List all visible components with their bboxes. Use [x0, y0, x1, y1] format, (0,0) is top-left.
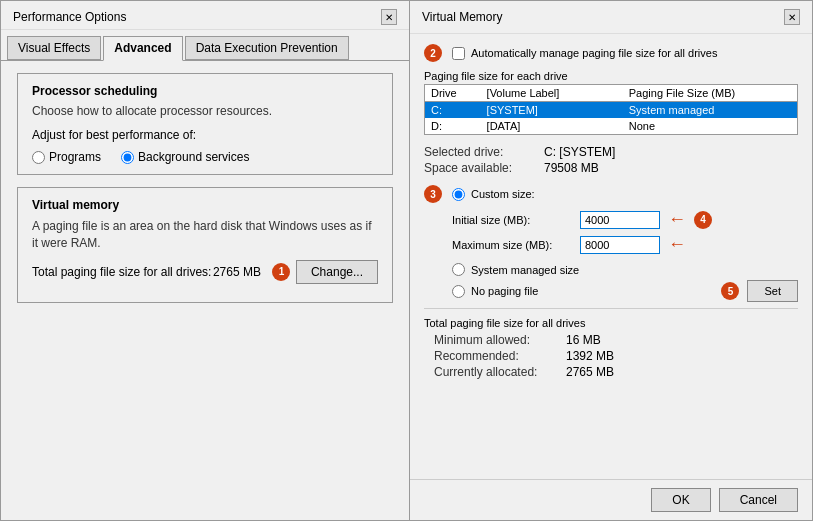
drive-d: D:: [425, 118, 481, 135]
tabs-bar: Visual Effects Advanced Data Execution P…: [1, 30, 409, 61]
right-dialog-title: Virtual Memory: [422, 10, 502, 24]
drive-c: C:: [425, 102, 481, 119]
initial-size-row: Initial size (MB): ← 4: [424, 209, 798, 230]
max-size-row: Maximum size (MB): ←: [424, 234, 798, 255]
performance-radio-group: Programs Background services: [32, 150, 378, 164]
drive-col-header: Drive: [425, 85, 481, 102]
left-dialog-title: Performance Options: [13, 10, 126, 24]
processor-scheduling-section: Processor scheduling Choose how to alloc…: [17, 73, 393, 175]
total-paging-info: Minimum allowed: 16 MB Recommended: 1392…: [424, 333, 798, 379]
drives-table: Drive [Volume Label] Paging File Size (M…: [424, 84, 798, 135]
recommended-label: Recommended:: [424, 349, 564, 363]
initial-size-input[interactable]: [580, 211, 660, 229]
background-services-radio[interactable]: [121, 151, 134, 164]
virtual-memory-section: Virtual memory A paging file is an area …: [17, 187, 393, 303]
programs-radio[interactable]: [32, 151, 45, 164]
currently-allocated-label: Currently allocated:: [424, 365, 564, 379]
no-paging-radio[interactable]: [452, 285, 465, 298]
close-right-dialog-button[interactable]: ✕: [784, 9, 800, 25]
system-managed-row: System managed size: [424, 263, 798, 276]
background-services-label: Background services: [138, 150, 249, 164]
adjust-label: Adjust for best performance of:: [32, 128, 378, 142]
arrow-right-icon: ←: [668, 209, 686, 230]
system-managed-label: System managed size: [471, 264, 579, 276]
right-title-bar: Virtual Memory ✕: [410, 1, 812, 34]
auto-manage-row: 2 Automatically manage paging file size …: [424, 44, 798, 62]
auto-manage-label: Automatically manage paging file size fo…: [471, 47, 717, 59]
custom-size-radio[interactable]: [452, 188, 465, 201]
processor-scheduling-desc: Choose how to allocate processor resourc…: [32, 104, 378, 118]
minimum-allowed-label: Minimum allowed:: [424, 333, 564, 347]
table-row[interactable]: C: [SYSTEM] System managed: [425, 102, 798, 119]
background-services-radio-item[interactable]: Background services: [121, 150, 249, 164]
no-paging-row: No paging file 5 Set: [424, 280, 798, 302]
selected-drive-value: C: [SYSTEM]: [544, 145, 798, 159]
selected-drive-info: Selected drive: C: [SYSTEM] Space availa…: [424, 145, 798, 175]
left-content-area: Processor scheduling Choose how to alloc…: [1, 61, 409, 520]
processor-scheduling-title: Processor scheduling: [32, 84, 378, 98]
virtual-memory-desc: A paging file is an area on the hard dis…: [32, 218, 378, 252]
set-button[interactable]: Set: [747, 280, 798, 302]
custom-size-label: Custom size:: [471, 188, 535, 200]
space-available-label: Space available:: [424, 161, 544, 175]
space-available-value: 79508 MB: [544, 161, 798, 175]
initial-size-label: Initial size (MB):: [452, 214, 572, 226]
spacer2: [605, 118, 623, 135]
tab-dep[interactable]: Data Execution Prevention: [185, 36, 349, 60]
table-row[interactable]: D: [DATA] None: [425, 118, 798, 135]
programs-label: Programs: [49, 150, 101, 164]
label-system: [SYSTEM]: [481, 102, 606, 119]
left-title-bar: Performance Options ✕: [1, 1, 409, 30]
paging-file-label: Paging file size for each drive: [424, 70, 798, 82]
size-system-managed: System managed: [623, 102, 798, 119]
no-paging-label: No paging file: [471, 285, 538, 297]
auto-manage-checkbox[interactable]: [452, 47, 465, 60]
arrow-right-icon-2: ←: [668, 234, 686, 255]
spacer-col: [605, 85, 623, 102]
dialog-buttons-bar: OK Cancel: [410, 479, 812, 520]
volume-label-col-header: [Volume Label]: [481, 85, 606, 102]
virtual-memory-title: Virtual memory: [32, 198, 378, 212]
total-paging-label: Total paging file size for all drives:: [32, 265, 211, 279]
label-data: [DATA]: [481, 118, 606, 135]
step-1-badge: 1: [272, 263, 290, 281]
cancel-button[interactable]: Cancel: [719, 488, 798, 512]
total-paging-value: 2765 MB: [213, 265, 261, 279]
tab-advanced[interactable]: Advanced: [103, 36, 182, 61]
size-none: None: [623, 118, 798, 135]
total-paging-row: Total paging file size for all drives: 2…: [32, 260, 378, 284]
ok-button[interactable]: OK: [651, 488, 710, 512]
total-paging-section: Total paging file size for all drives Mi…: [424, 308, 798, 379]
tab-visual-effects[interactable]: Visual Effects: [7, 36, 101, 60]
performance-options-dialog: Performance Options ✕ Visual Effects Adv…: [0, 0, 410, 521]
close-left-dialog-button[interactable]: ✕: [381, 9, 397, 25]
right-content-area: 2 Automatically manage paging file size …: [410, 34, 812, 479]
currently-allocated-value: 2765 MB: [566, 365, 798, 379]
spacer: [605, 102, 623, 119]
system-managed-radio[interactable]: [452, 263, 465, 276]
change-button[interactable]: Change...: [296, 260, 378, 284]
recommended-value: 1392 MB: [566, 349, 798, 363]
programs-radio-item[interactable]: Programs: [32, 150, 101, 164]
custom-size-row: 3 Custom size:: [424, 185, 798, 203]
max-size-label: Maximum size (MB):: [452, 239, 572, 251]
selected-drive-label: Selected drive:: [424, 145, 544, 159]
step-2-badge: 2: [424, 44, 442, 62]
step-3-badge: 3: [424, 185, 442, 203]
step-4-badge: 4: [694, 211, 712, 229]
max-size-input[interactable]: [580, 236, 660, 254]
paging-size-col-header: Paging File Size (MB): [623, 85, 798, 102]
minimum-allowed-value: 16 MB: [566, 333, 798, 347]
step-5-badge: 5: [721, 282, 739, 300]
total-paging-section-title: Total paging file size for all drives: [424, 317, 798, 329]
virtual-memory-dialog: Virtual Memory ✕ 2 Automatically manage …: [410, 0, 813, 521]
